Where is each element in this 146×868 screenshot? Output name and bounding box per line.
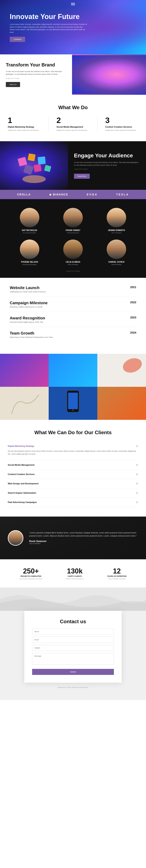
team-name-3: JENNIE ROBERTS	[98, 229, 135, 231]
logos-bar: CROLLA ◈ BINANCE EVGA TESLA	[0, 190, 146, 199]
service-desc-1: Sample text. Click to select the Text El…	[8, 129, 41, 131]
accordion-title-4: Web Design and Development	[8, 483, 39, 485]
accordion-item-4: Web Design and Development ∨	[8, 479, 138, 488]
transform-about-button[interactable]: About Us	[6, 82, 20, 87]
timeline-item-4: Team Growth Welcoming 10 New Talented Pr…	[10, 331, 136, 342]
stat-label-1: PROJECTS COMPLETED	[20, 575, 42, 577]
timeline-title-2: Campaign Milestone	[10, 301, 48, 305]
accordion-chevron-2: ∨	[136, 463, 138, 467]
svg-rect-3	[23, 164, 34, 175]
accordion-toggle-1[interactable]: Digital Marketing Strategy ∧	[8, 444, 138, 448]
team-role-5: Office Manager	[54, 264, 92, 266]
team-photo-6	[107, 240, 126, 259]
timeline-item-2: Campaign Milestone Reaching 1 Million Im…	[10, 301, 136, 312]
stat-value-3: 12	[107, 567, 126, 575]
accordion-title-5: Search Engine Optimization	[8, 492, 36, 494]
logo-evga: EVGA	[87, 193, 98, 196]
contact-form: Submit	[32, 628, 114, 675]
contact-subject-input[interactable]	[32, 645, 114, 651]
contact-heading: Contact us	[32, 619, 114, 625]
team-member-6: SAMUEL SCHICK Sales Manager	[95, 237, 138, 268]
transform-heading: Transform Your Brand	[6, 62, 66, 68]
stat-desc-1: Successful Campaigns Delivered	[20, 578, 42, 580]
team-image-credit: Image from Freepik	[8, 270, 138, 272]
accordion-title-1: Digital Marketing Strategy	[8, 445, 34, 447]
accordion-chevron-6: ∨	[136, 500, 138, 504]
team-member-4: PHOEBE NELSON Advertising Manager	[8, 237, 51, 268]
accordion-section: What We Can Do for Our Clients Digital M…	[0, 420, 146, 517]
team-name-6: SAMUEL SCHICK	[98, 261, 135, 263]
service-number-1: 1	[8, 116, 41, 124]
team-name-2: FRANK KINNEY	[54, 229, 92, 231]
accordion-chevron-4: ∨	[136, 482, 138, 485]
accordion-item-6: Paid Advertising Campaigns ∨	[8, 498, 138, 507]
contact-message-input[interactable]	[32, 653, 114, 664]
accordion-title-2: Social Media Management	[8, 464, 34, 466]
accordion-title-6: Paid Advertising Campaigns	[8, 501, 37, 503]
accordion-item-3: Content Creation Services ∨	[8, 470, 138, 479]
team-photo-3	[107, 208, 126, 227]
accordion-chevron-3: ∨	[136, 472, 138, 476]
stat-desc-2: Brands Partnering with Us	[66, 578, 84, 580]
service-item-1: 1 Digital Marketing Strategy Sample text…	[8, 116, 41, 131]
gallery-item-6	[97, 387, 146, 420]
contact-email-input[interactable]	[32, 637, 114, 643]
svg-rect-4	[33, 164, 42, 172]
accordion-toggle-3[interactable]: Content Creation Services ∨	[8, 472, 138, 476]
logo-crolla: CROLLA	[17, 193, 31, 196]
hero-cta-button[interactable]: Contacts	[10, 37, 25, 42]
team-name-4: PHOEBE NELSON	[11, 261, 48, 263]
service-number-3: 3	[105, 116, 138, 124]
gallery-item-4	[0, 387, 49, 420]
timeline-subtitle-2: Reaching 1 Million Impressions in a Mont…	[10, 306, 48, 308]
timeline-subtitle-3: Honored as Best Digital Agency of the Ye…	[10, 321, 45, 323]
transform-image-credit: Image from Freepik	[6, 77, 66, 80]
contact-section: Contact us Submit Sample text. Click to …	[0, 587, 146, 700]
accordion-toggle-4[interactable]: Web Design and Development ∨	[8, 482, 138, 485]
team-role-4: Advertising Manager	[11, 264, 48, 266]
team-member-2: FRANK KINNEY Financial Director	[51, 205, 95, 237]
gallery-item-3	[97, 354, 146, 387]
gallery-item-5	[49, 387, 97, 420]
logo-binance: ◈ BINANCE	[49, 193, 68, 196]
svg-rect-5	[44, 165, 51, 172]
service-title-1: Digital Marketing Strategy	[8, 126, 41, 128]
timeline-item-3: Award Recognition Honored as Best Digita…	[10, 316, 136, 327]
transform-section: Transform Your Brand At vero eos et accu…	[0, 54, 146, 95]
team-photo-4	[20, 240, 39, 259]
svg-rect-12	[68, 393, 78, 409]
testimonial-avatar	[8, 530, 23, 546]
accordion-item-1: Digital Marketing Strategy ∧ Nis sed vit…	[8, 441, 138, 460]
timeline-item-1: Website Launch Celebrating Our Client's …	[10, 286, 136, 297]
engage-read-more-button[interactable]: Read More	[74, 174, 90, 179]
accordion-chevron-1: ∧	[136, 444, 138, 448]
team-member-3: JENNIE ROBERTS Vice President	[95, 205, 138, 237]
stat-label-3: YEARS OF EXPERTISE	[107, 575, 126, 577]
svg-point-6	[22, 175, 46, 183]
testimonial-quote: "Lorem praesent volutpat libero facilisi…	[29, 531, 138, 537]
contact-submit-button[interactable]: Submit	[32, 669, 114, 675]
service-title-2: Social Media Management	[56, 126, 89, 128]
service-number-2: 2	[56, 116, 89, 124]
svg-rect-7	[97, 354, 146, 387]
hero-section: Innovate Your Future Lorem ipsum dolor s…	[0, 0, 146, 54]
team-photo-5	[63, 240, 83, 259]
transform-body: At vero eos et accusam et justo duo dolo…	[6, 70, 66, 76]
hamburger-menu[interactable]	[71, 2, 75, 6]
testimonial-role: Vice President	[29, 542, 138, 545]
gallery-item-1	[0, 354, 49, 387]
timeline-subtitle-1: Celebrating Our Client's New Online Pres…	[10, 291, 46, 293]
svg-rect-1	[28, 153, 35, 161]
accordion-toggle-2[interactable]: Social Media Management ∨	[8, 463, 138, 467]
accordion-chevron-5: ∨	[136, 491, 138, 495]
contact-name-input[interactable]	[32, 628, 114, 635]
what-we-do-heading: What We Do	[8, 104, 138, 111]
timeline-year-2: 2022	[130, 301, 136, 304]
accordion-item-5: Search Engine Optimization ∨	[8, 488, 138, 498]
svg-rect-2	[38, 157, 46, 164]
gallery-section	[0, 354, 146, 420]
accordion-toggle-6[interactable]: Paid Advertising Campaigns ∨	[8, 500, 138, 504]
accordion-toggle-5[interactable]: Search Engine Optimization ∨	[8, 491, 138, 495]
svg-rect-0	[18, 157, 27, 166]
stats-section: 250+ PROJECTS COMPLETED Successful Campa…	[0, 559, 146, 587]
